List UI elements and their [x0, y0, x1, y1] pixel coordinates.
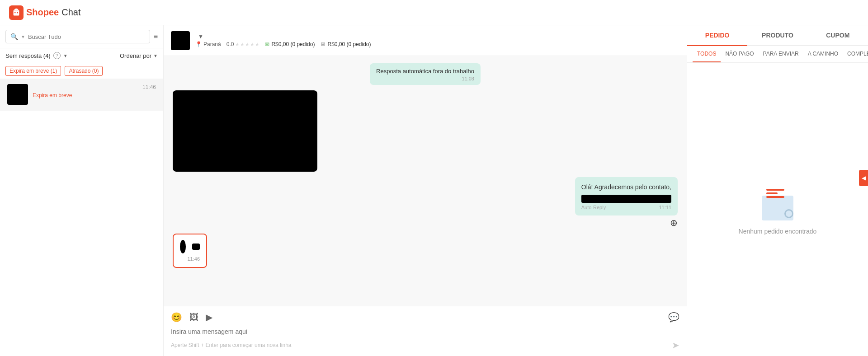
hint-text: Aperte Shift + Enter para começar uma no…	[171, 342, 291, 348]
sub-tab-completo[interactable]: COMPLETO	[843, 46, 868, 62]
sub-tab-nao-pago[interactable]: NÃO PAGO	[721, 46, 758, 62]
message-input[interactable]	[171, 326, 679, 337]
sidebar-filters: Sem resposta (4) ? ▼ Ordenar por ▼	[0, 48, 163, 63]
auto-reply-message: Resposta automática fora do trabalho 11:…	[370, 63, 481, 85]
ordenar-filter[interactable]: Ordenar por ▼	[120, 52, 158, 59]
chat-expira-label: Expira em breve	[33, 92, 156, 98]
incoming-avatar	[180, 240, 186, 253]
shopee-logo-icon	[9, 5, 24, 20]
app-header: Shopee Chat	[0, 0, 868, 25]
star-2: ★	[240, 42, 245, 47]
returns-icon: 🖥	[320, 41, 326, 47]
zoom-button[interactable]: ⊕	[670, 217, 678, 228]
bubble-content: Olá! Agradecemos pelo contato, Auto-Repl…	[575, 177, 678, 215]
chat-name-row: 11:46	[33, 84, 156, 90]
location-meta: 📍 Paraná	[195, 41, 221, 47]
sidebar-toggle-button[interactable]: ◀	[859, 170, 868, 186]
video-icon[interactable]: ▶	[206, 312, 212, 323]
right-content: Nenhum pedido encontrado	[687, 63, 868, 356]
incoming-box: 11:46	[173, 234, 207, 268]
sidebar: 🔍 ▼ ≡ Sem resposta (4) ? ▼ Ordenar por ▼…	[0, 25, 164, 356]
svg-point-1	[14, 12, 16, 13]
main-layout: 🔍 ▼ ≡ Sem resposta (4) ? ▼ Ordenar por ▼…	[0, 25, 868, 356]
template-icon[interactable]: 💬	[668, 312, 679, 323]
sub-tab-a-caminho[interactable]: A CAMINHO	[803, 46, 843, 62]
chat-area: ▼ 📍 Paraná 0.0 ★ ★ ★ ★ ★	[164, 25, 687, 356]
line-2	[766, 192, 778, 194]
incoming-text	[192, 244, 200, 250]
returns-meta: 🖥 R$0,00 (0 pedido)	[320, 41, 371, 47]
chat-header-meta: 📍 Paraná 0.0 ★ ★ ★ ★ ★	[195, 41, 679, 47]
redacted-text	[581, 195, 671, 203]
empty-icon	[760, 184, 796, 220]
empty-search-circle	[784, 209, 793, 218]
location-text: Paraná	[203, 41, 221, 47]
orders-text: R$0,00 (0 pedido)	[271, 41, 315, 47]
right-panel: PEDIDO PRODUTO CUPOM TODOS NÃO PAGO PARA…	[687, 25, 868, 356]
image-upload-icon[interactable]: 🖼	[189, 312, 198, 323]
sub-tab-para-enviar[interactable]: PARA ENVIAR	[759, 46, 803, 62]
chat-text: Chat	[61, 7, 80, 18]
chat-header: ▼ 📍 Paraná 0.0 ★ ★ ★ ★ ★	[164, 25, 687, 56]
orders-icon: ✉	[265, 41, 269, 47]
chat-avatar	[7, 84, 28, 105]
auto-reply-bubble: Olá! Agradecemos pelo contato, Auto-Repl…	[575, 177, 678, 215]
filter-icon[interactable]: ≡	[154, 33, 158, 41]
emoji-icon[interactable]: 😊	[171, 312, 182, 323]
incoming-message: 11:46	[173, 234, 207, 268]
star-4: ★	[250, 42, 255, 47]
svg-rect-0	[14, 10, 19, 15]
chat-item[interactable]: 11:46 Expira em breve	[0, 79, 163, 111]
sem-resposta-chevron[interactable]: ▼	[63, 53, 68, 58]
bubble-text: Olá! Agradecemos pelo contato,	[581, 183, 671, 191]
filter-left: Sem resposta (4) ? ▼	[5, 52, 68, 59]
chat-list: 11:46 Expira em breve	[0, 79, 163, 356]
ordenar-chevron: ▼	[153, 53, 158, 58]
help-icon[interactable]: ?	[53, 52, 61, 59]
logo: Shopee Chat	[9, 5, 81, 20]
shopee-text: Shopee	[26, 7, 59, 18]
star-1: ★	[235, 42, 240, 47]
chat-time: 11:46	[142, 84, 156, 90]
sub-tab-todos[interactable]: TODOS	[693, 46, 721, 62]
input-hint: Aperte Shift + Enter para começar uma no…	[171, 340, 679, 351]
auto-reply-text: Resposta automática fora do trabalho	[376, 68, 474, 75]
search-area: 🔍 ▼ ≡	[0, 25, 163, 48]
chat-header-avatar	[171, 31, 190, 50]
line-3	[766, 196, 784, 198]
input-area: 😊 🖼 ▶ 💬 Aperte Shift + Enter para começa…	[164, 306, 687, 356]
messages-container: Resposta automática fora do trabalho 11:…	[164, 56, 687, 306]
message-image[interactable]	[173, 90, 317, 172]
stars: ★ ★ ★ ★ ★	[235, 42, 259, 47]
search-input[interactable]	[28, 33, 145, 40]
tag-expira[interactable]: Expira em breve (1)	[5, 66, 61, 76]
image-message	[173, 90, 317, 172]
input-toolbar: 😊 🖼 ▶ 💬	[171, 312, 679, 323]
search-dropdown-icon[interactable]: ▼	[21, 34, 25, 39]
incoming-time: 11:46	[180, 256, 200, 262]
sem-resposta-label: Sem resposta (4)	[5, 52, 51, 59]
rating-meta: 0.0 ★ ★ ★ ★ ★	[226, 41, 260, 47]
location-pin-icon: 📍	[195, 41, 202, 47]
right-tabs: PEDIDO PRODUTO CUPOM	[687, 25, 868, 46]
empty-icon-lines	[766, 189, 784, 200]
send-button[interactable]: ➤	[672, 340, 679, 351]
sidebar-toggle-icon: ◀	[862, 175, 866, 181]
line-1	[766, 189, 784, 191]
sidebar-tags: Expira em breve (1) Atrasado (0)	[0, 63, 163, 79]
star-5: ★	[255, 42, 259, 47]
svg-point-2	[17, 12, 18, 13]
contact-dropdown-icon[interactable]: ▼	[198, 33, 203, 40]
ordenar-label: Ordenar por	[120, 52, 151, 59]
chat-header-name: ▼	[195, 33, 679, 40]
tab-pedido[interactable]: PEDIDO	[687, 25, 747, 46]
bubble-time: 11:11	[659, 205, 671, 210]
orders-meta: ✉ R$0,00 (0 pedido)	[265, 41, 315, 47]
tag-atrasado[interactable]: Atrasado (0)	[65, 66, 103, 76]
tab-cupom[interactable]: CUPOM	[808, 25, 868, 46]
tab-produto[interactable]: PRODUTO	[747, 25, 807, 46]
search-icon: 🔍	[10, 33, 18, 40]
bubble-footer: Auto-Reply 11:11	[581, 205, 671, 210]
zoom-icon[interactable]: ⊕	[670, 218, 678, 228]
search-box[interactable]: 🔍 ▼	[5, 30, 150, 43]
